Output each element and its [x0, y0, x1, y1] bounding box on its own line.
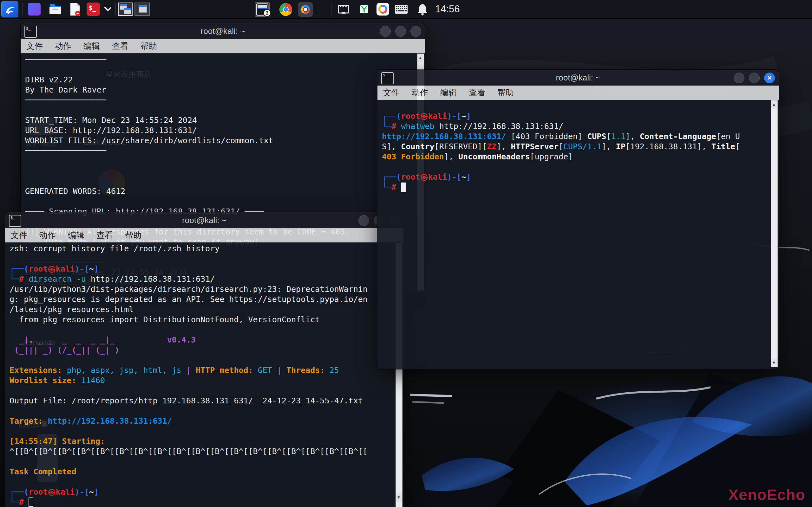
- terminal-line: Output File: /root/reports/http_192.168.…: [9, 396, 403, 406]
- network-tray-icon[interactable]: [338, 4, 350, 14]
- terminal-output[interactable]: zsh: corrupt history file /root/.zsh_his…: [5, 242, 403, 507]
- swirl-app-icon: [300, 4, 311, 15]
- menu-item[interactable]: 动作: [39, 230, 56, 241]
- panel-separator: [22, 3, 22, 15]
- menu-item[interactable]: 文件: [11, 230, 27, 241]
- scroll-down-arrow[interactable]: ▼: [771, 359, 777, 367]
- kali-dragon-icon: [3, 3, 16, 15]
- menu-item[interactable]: 动作: [412, 87, 428, 98]
- terminal-line: /usr/lib/python3/dist-packages/dirsearch…: [9, 284, 403, 294]
- terminal-count-badge: 3: [263, 9, 271, 17]
- text-editor-icon: [68, 2, 82, 16]
- window-title: root@kali: ~: [5, 216, 403, 225]
- scroll-down-arrow[interactable]: ▼: [396, 493, 402, 502]
- terminal-line: /latest/pkg_resources.html: [9, 304, 403, 315]
- bell-icon: [417, 3, 428, 16]
- menu-item[interactable]: 查看: [112, 41, 129, 52]
- launcher-text-editor[interactable]: [67, 2, 83, 16]
- terminal-line: [9, 386, 403, 396]
- menu-item[interactable]: 文件: [26, 41, 43, 52]
- menu-item[interactable]: 编辑: [84, 41, 100, 52]
- terminal-line: Extensions: php, aspx, jsp, html, js | H…: [9, 365, 403, 376]
- wallpaper-watermark: XenoEcho: [728, 486, 805, 504]
- swirl-tray-icon: [376, 3, 390, 16]
- terminal-line: [382, 162, 779, 172]
- terminal-line: http://192.168.38.131:631/ [403 Forbidde…: [382, 131, 779, 142]
- menu-item[interactable]: 查看: [469, 87, 485, 98]
- title-bar[interactable]: $_ root@kali: ~ ✕: [377, 70, 779, 86]
- workspace-2[interactable]: [135, 3, 150, 16]
- terminal-window-dirsearch[interactable]: $_ root@kali: ~ 文件动作编辑查看帮助 zsh: corrupt …: [5, 212, 403, 507]
- ghost-chrome-icon: [98, 170, 125, 196]
- scrollbar[interactable]: ▲ ▼: [771, 100, 778, 367]
- minimize-button[interactable]: [734, 72, 745, 83]
- terminal-line: [25, 176, 425, 186]
- chevron-down-icon: [104, 7, 112, 12]
- green-ime-icon: [360, 5, 368, 14]
- menu-item[interactable]: 动作: [55, 41, 71, 52]
- terminal-line: 403 Forbidden], UncommonHeaders[upgrade]: [382, 152, 779, 162]
- close-button[interactable]: ✕: [764, 72, 775, 83]
- close-button[interactable]: [410, 26, 421, 37]
- app-swirl-tray-icon[interactable]: [376, 3, 390, 16]
- menu-item[interactable]: 编辑: [68, 230, 84, 241]
- root-terminal-icon: $_: [86, 2, 101, 16]
- workspace-window-thumb: [124, 8, 131, 14]
- window-title: root@kali: ~: [377, 73, 779, 83]
- panel-separator: [115, 3, 116, 15]
- window-title: root@kali: ~: [20, 26, 425, 36]
- ghost-desktop-icon: [28, 117, 54, 135]
- terminal-line: ─────────────────: [25, 55, 425, 65]
- minimize-button[interactable]: [380, 26, 391, 37]
- terminal-line: └─#: [9, 497, 403, 507]
- workspace-1[interactable]: [118, 3, 133, 16]
- scroll-up-arrow[interactable]: ▲: [771, 101, 777, 109]
- workspace-window-thumb: [139, 5, 147, 13]
- terminal-line: S], Country[RESERVED][ZZ], HTTPServer[CU…: [382, 142, 779, 152]
- maximize-button[interactable]: [395, 26, 406, 37]
- menu-item[interactable]: 文件: [383, 87, 400, 98]
- terminal-line: ┌──(root㉿kali)-[~]: [382, 111, 779, 121]
- terminal-line: Task Completed: [9, 467, 403, 477]
- terminal-line: URL_BASE: http://192.168.38.131:631/: [25, 125, 425, 135]
- terminal-line: _|. _ _ _ _ _ _|_ v0.4.3: [9, 335, 403, 345]
- svg-text:$_: $_: [89, 4, 96, 12]
- taskbar-chrome[interactable]: [278, 2, 293, 17]
- chrome-icon: [279, 3, 293, 16]
- launcher-file-manager[interactable]: [48, 2, 63, 16]
- ghost-desktop-icon: [37, 434, 58, 482]
- keyboard-layout-tray-icon[interactable]: [395, 4, 408, 14]
- terminal-line: [25, 156, 425, 166]
- clock[interactable]: 14:56: [435, 0, 460, 18]
- terminal-window-whatweb[interactable]: $_ root@kali: ~ ✕ 文件动作编辑查看帮助 ┌──(root㉿ka…: [377, 70, 779, 369]
- menu-item[interactable]: 帮助: [497, 87, 514, 98]
- terminal-line: ─────────────────: [25, 95, 425, 105]
- maximize-button[interactable]: [749, 72, 760, 83]
- terminal-line: By The Dark Raver: [25, 85, 425, 95]
- launcher-root-terminal[interactable]: $_: [86, 2, 101, 16]
- input-method-tray-icon[interactable]: [360, 5, 368, 14]
- menu-item[interactable]: 查看: [96, 230, 113, 241]
- launcher-app[interactable]: [27, 2, 42, 16]
- kali-menu-button[interactable]: [1, 1, 18, 17]
- title-bar[interactable]: $_ root@kali: ~: [20, 23, 425, 39]
- file-manager-icon: [48, 2, 62, 16]
- menu-item[interactable]: 帮助: [125, 230, 142, 241]
- terminal-line: DIRB v2.22: [25, 75, 425, 85]
- menu-item[interactable]: 帮助: [141, 41, 157, 52]
- terminal-line: Target: http://192.168.38.131:631/: [9, 416, 403, 426]
- scroll-up-arrow[interactable]: ▲: [417, 54, 423, 62]
- ghost-desktop-label: Exploit Dat...: [84, 138, 121, 147]
- menu-item[interactable]: 编辑: [440, 87, 457, 98]
- notifications-tray-icon[interactable]: [417, 3, 428, 16]
- taskbar-gallery-app[interactable]: [298, 2, 313, 17]
- minimize-button[interactable]: [358, 215, 369, 226]
- terminal-output[interactable]: ┌──(root㉿kali)-[~]└─# whatweb http://192…: [377, 100, 779, 369]
- title-bar[interactable]: $_ root@kali: ~: [5, 212, 403, 228]
- terminal-line: └─# dirsearch -u http://192.168.38.131:6…: [9, 274, 403, 284]
- terminal-line: └─#: [382, 182, 779, 192]
- terminal-line: Wordlist size: 11460: [9, 376, 403, 386]
- launcher-expand-chevron[interactable]: [103, 2, 112, 16]
- taskbar-terminal-group[interactable]: 3: [255, 2, 270, 17]
- menu-bar: 文件动作编辑查看帮助: [5, 228, 403, 243]
